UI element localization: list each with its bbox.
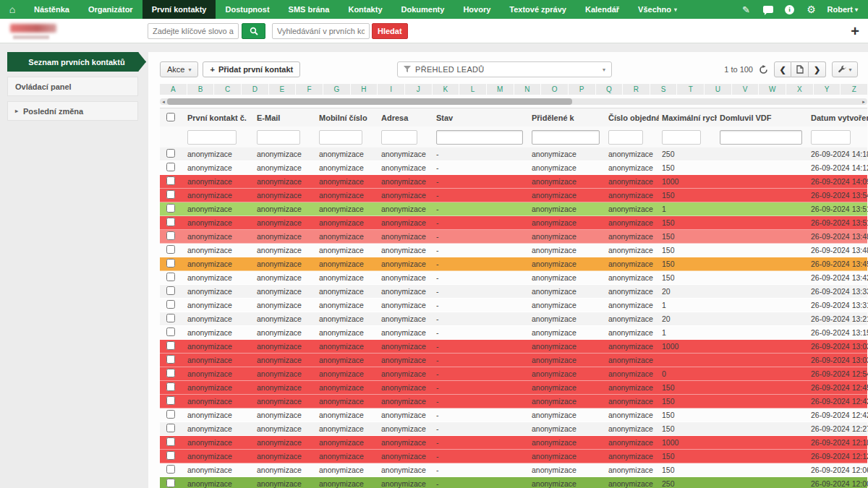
nav-item-dokumenty[interactable]: Dokumenty xyxy=(392,0,454,19)
column-letter-g[interactable]: G xyxy=(323,84,350,95)
hledat-button[interactable]: Hledat xyxy=(372,23,408,39)
filter-input-slo-objedn-vky[interactable] xyxy=(608,130,643,145)
column-letter-r[interactable]: R xyxy=(623,84,650,95)
row-select-checkbox[interactable] xyxy=(166,341,175,350)
column-letter-x[interactable]: X xyxy=(786,84,813,95)
sidebar-item-posledn-zm-na[interactable]: ▸Poslední změna xyxy=(7,101,138,121)
row-select-checkbox[interactable] xyxy=(166,328,175,336)
nav-item-organiz-tor[interactable]: Organizátor xyxy=(79,0,142,19)
app-logo-blurred[interactable] xyxy=(10,22,62,40)
pencil-icon[interactable]: ✎ xyxy=(741,4,752,15)
sidebar-item-ovl-dac-panel[interactable]: Ovládací panel xyxy=(7,77,138,96)
sidebar-item-seznam-prvn-ch-kontakt[interactable]: Seznam prvních kontaktů xyxy=(7,52,146,72)
prev-page-button[interactable]: ❮ xyxy=(774,61,791,77)
column-header-prvn-kontakt[interactable]: První kontakt č. xyxy=(184,114,254,122)
scrollbar-thumb[interactable] xyxy=(167,98,572,105)
row-select-checkbox[interactable] xyxy=(166,190,175,199)
add-first-contact-button[interactable]: + Přidat první kontakt xyxy=(203,61,300,77)
row-select-checkbox[interactable] xyxy=(166,424,175,432)
column-letter-j[interactable]: J xyxy=(405,84,432,95)
select-all-checkbox[interactable] xyxy=(166,113,175,121)
column-letter-e[interactable]: E xyxy=(269,84,296,95)
row-select-checkbox[interactable] xyxy=(166,465,175,474)
row-select-checkbox[interactable] xyxy=(166,300,175,309)
page-jump-button[interactable] xyxy=(791,61,809,77)
column-letter-p[interactable]: P xyxy=(569,84,595,95)
filter-input-datum-vytvo-en[interactable] xyxy=(811,130,851,145)
row-select-checkbox[interactable] xyxy=(166,355,175,364)
filter-input-domluvil-vdf[interactable] xyxy=(720,130,802,145)
row-select-checkbox[interactable] xyxy=(166,286,175,295)
column-letter-k[interactable]: K xyxy=(433,84,459,95)
row-select-checkbox[interactable] xyxy=(166,273,175,281)
filter-input-mobiln-slo[interactable] xyxy=(319,130,362,145)
row-select-checkbox[interactable] xyxy=(166,479,175,487)
row-select-checkbox[interactable] xyxy=(166,451,175,460)
view-select-dropdown[interactable]: PŘEHLED LEADŮ ▾ xyxy=(397,61,612,77)
column-header-stav[interactable]: Stav xyxy=(433,114,529,122)
horizontal-scrollbar[interactable]: ◂ ▸ xyxy=(160,98,867,105)
keyword-search-button[interactable] xyxy=(242,23,265,39)
column-header-slo-objedn-vky[interactable]: Číslo objednávky xyxy=(605,114,659,122)
column-letter-y[interactable]: Y xyxy=(814,84,841,95)
row-select-checkbox[interactable] xyxy=(166,314,175,322)
column-header-mobiln-slo[interactable]: Mobilní číslo xyxy=(316,114,378,122)
nav-item-sms-br-na[interactable]: SMS brána xyxy=(279,0,339,19)
nav-item-prvn-kontakty[interactable]: První kontakty xyxy=(142,0,216,19)
filter-input-prvn-kontakt[interactable] xyxy=(187,130,237,145)
nav-item-n-st-nka[interactable]: Nástěnka xyxy=(25,0,79,19)
scroll-right-icon[interactable]: ▸ xyxy=(860,98,867,105)
filter-input-adresa[interactable] xyxy=(381,130,417,145)
keyword-search-input[interactable] xyxy=(148,23,239,39)
filter-input-e-mail[interactable] xyxy=(257,130,300,145)
column-letter-i[interactable]: I xyxy=(378,84,404,95)
row-select-checkbox[interactable] xyxy=(166,437,175,446)
row-select-checkbox[interactable] xyxy=(166,369,175,377)
column-header-maxim-ln-rychlost[interactable]: Maximální rychlost xyxy=(659,114,717,122)
row-select-checkbox[interactable] xyxy=(166,245,175,254)
filter-input-maxim-ln-rychlost[interactable] xyxy=(662,130,701,145)
scroll-left-icon[interactable]: ◂ xyxy=(160,98,167,105)
column-letter-d[interactable]: D xyxy=(242,84,268,95)
grid-settings-button[interactable]: ▾ xyxy=(832,61,858,77)
chat-icon[interactable] xyxy=(762,4,774,15)
column-letter-c[interactable]: C xyxy=(214,84,241,95)
column-letter-s[interactable]: S xyxy=(650,84,677,95)
user-menu[interactable]: Robert ▾ xyxy=(827,5,858,14)
column-letter-l[interactable]: L xyxy=(459,84,486,95)
actions-dropdown-button[interactable]: Akce ▾ xyxy=(160,61,198,77)
nav-item-kontakty[interactable]: Kontakty xyxy=(339,0,391,19)
row-select-checkbox[interactable] xyxy=(166,231,175,240)
column-header-adresa[interactable]: Adresa xyxy=(378,114,433,122)
column-letter-q[interactable]: Q xyxy=(596,84,623,95)
contacts-search-input[interactable] xyxy=(272,23,370,39)
column-letter-t[interactable]: T xyxy=(677,84,704,95)
column-letter-u[interactable]: U xyxy=(705,84,731,95)
row-select-checkbox[interactable] xyxy=(166,259,175,267)
filter-input-stav[interactable] xyxy=(436,130,523,145)
column-header-datum-vytvo-en[interactable]: Datum vytvoření xyxy=(808,114,868,122)
nav-item-dostupnost[interactable]: Dostupnost xyxy=(216,0,278,19)
column-letter-m[interactable]: M xyxy=(487,84,514,95)
column-letter-n[interactable]: N xyxy=(514,84,541,95)
add-plus-icon[interactable]: + xyxy=(851,24,859,38)
column-header-p-id-len-k[interactable]: Přidělené k xyxy=(529,114,605,122)
column-letter-a[interactable]: A xyxy=(160,84,187,95)
row-select-checkbox[interactable] xyxy=(166,410,175,419)
row-select-checkbox[interactable] xyxy=(166,396,175,405)
nav-item-kalend[interactable]: Kalendář xyxy=(576,0,629,19)
column-letter-z[interactable]: Z xyxy=(841,84,867,95)
column-letter-f[interactable]: F xyxy=(296,84,323,95)
column-letter-v[interactable]: V xyxy=(732,84,759,95)
column-letter-h[interactable]: H xyxy=(351,84,378,95)
refresh-icon[interactable] xyxy=(759,65,768,74)
column-header-e-mail[interactable]: E-Mail xyxy=(254,114,316,122)
row-select-checkbox[interactable] xyxy=(166,204,175,213)
row-select-checkbox[interactable] xyxy=(166,218,175,226)
filter-input-p-id-len-k[interactable] xyxy=(532,130,600,145)
column-header-domluvil-vdf[interactable]: Domluvil VDF xyxy=(717,114,808,122)
column-letter-w[interactable]: W xyxy=(759,84,786,95)
row-select-checkbox[interactable] xyxy=(166,382,175,391)
row-select-checkbox[interactable] xyxy=(166,163,175,171)
row-select-checkbox[interactable] xyxy=(166,149,175,158)
